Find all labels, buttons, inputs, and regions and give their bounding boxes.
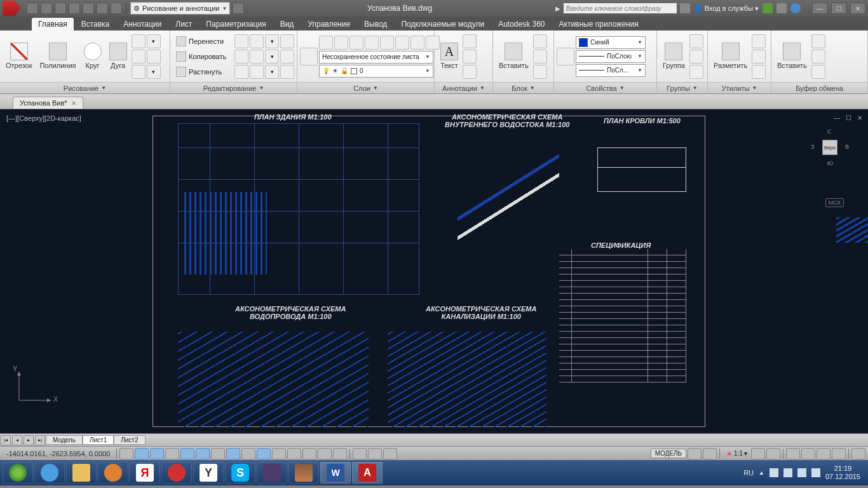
create-icon[interactable] xyxy=(533,34,547,48)
sb-lock-icon[interactable] xyxy=(703,448,717,459)
tab-home[interactable]: Главная xyxy=(32,18,74,30)
sb-model-icon[interactable] xyxy=(353,448,367,459)
u2-icon[interactable] xyxy=(752,50,766,64)
l7-icon[interactable] xyxy=(410,36,424,50)
sb-hw-icon[interactable] xyxy=(817,448,831,459)
qat-saveas-icon[interactable] xyxy=(69,3,80,14)
line-button[interactable]: Отрезок xyxy=(3,41,35,71)
lt-prev-icon[interactable]: ◂ xyxy=(12,435,22,445)
tb-ybrowser-icon[interactable]: Y xyxy=(193,462,224,484)
lt-first-icon[interactable]: |◂ xyxy=(1,435,11,445)
app-logo[interactable] xyxy=(3,1,20,16)
vc-top[interactable]: Верх xyxy=(822,140,837,155)
insert-button[interactable]: Вставить xyxy=(496,41,532,71)
sb-max-icon[interactable] xyxy=(688,448,702,459)
lt-last-icon[interactable]: ▸| xyxy=(35,435,45,445)
sb-polar-icon[interactable] xyxy=(180,448,194,459)
erase-icon[interactable] xyxy=(280,34,294,48)
close-icon[interactable]: ✕ xyxy=(71,100,76,107)
stayconnected-icon[interactable] xyxy=(776,3,787,13)
tray-show-hidden-icon[interactable]: ▲ xyxy=(759,470,764,476)
offset-icon[interactable] xyxy=(280,65,294,79)
l5-icon[interactable] xyxy=(380,36,394,50)
file-tab[interactable]: Успанова Вив* ✕ xyxy=(13,97,83,109)
tb-autocad-icon[interactable]: A xyxy=(352,462,383,484)
viewcube[interactable]: С Ю З В Верх xyxy=(811,128,849,166)
sb-ortho-icon[interactable] xyxy=(165,448,179,459)
tab-manage[interactable]: Управление xyxy=(301,18,356,30)
tray-action-icon[interactable] xyxy=(783,468,792,477)
u3-icon[interactable] xyxy=(752,65,766,79)
arc-button[interactable]: Дуга xyxy=(106,41,130,71)
move-button[interactable]: Перенести xyxy=(173,34,233,48)
sb-dyn-icon[interactable] xyxy=(257,448,271,459)
mirror-icon[interactable] xyxy=(234,50,248,64)
l4-icon[interactable] xyxy=(365,36,379,50)
l6-icon[interactable] xyxy=(395,36,409,50)
tb-explorer-icon[interactable] xyxy=(66,462,97,484)
sb-tpy-icon[interactable] xyxy=(287,448,301,459)
sb-clean-icon[interactable] xyxy=(851,448,865,459)
start-button[interactable] xyxy=(3,462,33,484)
tray-lang[interactable]: RU xyxy=(743,469,754,477)
trim-icon[interactable] xyxy=(250,34,264,48)
chevron-down-icon[interactable]: ▼ xyxy=(101,85,106,91)
group-button[interactable]: Группа xyxy=(660,41,688,71)
sb-ws-icon[interactable] xyxy=(786,448,800,459)
minimize-button[interactable]: — xyxy=(812,3,827,14)
tray-volume-icon[interactable] xyxy=(811,468,820,477)
tab-parametric[interactable]: Параметризация xyxy=(200,18,272,30)
array-dd[interactable]: ▾ xyxy=(265,65,279,79)
tb-opera-icon[interactable] xyxy=(161,462,192,484)
stretch-button[interactable]: Растянуть xyxy=(173,65,233,79)
paste-button[interactable]: Вставить xyxy=(774,41,810,71)
tray-flag-icon[interactable] xyxy=(770,468,778,477)
sb-qp-icon[interactable] xyxy=(302,448,316,459)
qat-save-icon[interactable] xyxy=(55,3,66,14)
match-icon[interactable] xyxy=(557,48,574,65)
copy-clip-icon[interactable] xyxy=(811,50,825,64)
qat-undo-icon[interactable] xyxy=(97,3,108,14)
tb-yandex-icon[interactable]: Я xyxy=(130,462,160,484)
tab-annotate[interactable]: Аннотации xyxy=(117,18,168,30)
cut-icon[interactable] xyxy=(811,34,825,48)
attr-icon[interactable] xyxy=(533,65,547,79)
viewport-close-icon[interactable]: ✕ xyxy=(855,113,864,122)
linetype-dropdown[interactable]: ПоСл...▼ xyxy=(576,64,646,77)
table-icon[interactable] xyxy=(463,65,477,79)
circle-button[interactable]: Круг xyxy=(81,41,105,71)
workspace-dropdown[interactable]: ⚙ Рисование и аннотации ▼ xyxy=(130,2,230,15)
viewport-min-icon[interactable]: — xyxy=(832,113,841,122)
measure-button[interactable]: Разметить xyxy=(710,41,750,71)
tray-clock[interactable]: 21:19 07.12.2015 xyxy=(825,464,860,481)
lineweight-dropdown[interactable]: ПоСлою▼ xyxy=(576,50,646,63)
tab-plugins[interactable]: Подключаемые модули xyxy=(395,18,491,30)
qat-new-icon[interactable] xyxy=(27,3,38,14)
tab-layout[interactable]: Лист xyxy=(169,18,198,30)
tab-insert[interactable]: Вставка xyxy=(75,18,116,30)
tb-wmp-icon[interactable] xyxy=(98,462,128,484)
tb-app1-icon[interactable] xyxy=(257,462,287,484)
layout-tab-model[interactable]: Модель xyxy=(46,435,83,445)
lt-next-icon[interactable]: ▸ xyxy=(24,435,34,445)
c3-icon[interactable] xyxy=(811,65,825,79)
tab-express[interactable]: Активные приложения xyxy=(553,18,645,30)
sb-lwt-icon[interactable] xyxy=(272,448,286,459)
qat-open-icon[interactable] xyxy=(41,3,52,14)
tb-ie-icon[interactable] xyxy=(34,462,65,484)
text-button[interactable]: AТекст xyxy=(437,41,461,71)
tab-output[interactable]: Вывод xyxy=(358,18,393,30)
tb-winrar-icon[interactable] xyxy=(288,462,319,484)
rotate-icon[interactable] xyxy=(234,34,248,48)
qat-redo-icon[interactable] xyxy=(111,3,122,14)
l1-icon[interactable] xyxy=(319,36,333,50)
qat-plot-icon[interactable] xyxy=(83,3,94,14)
sb-infer-icon[interactable] xyxy=(119,448,133,459)
sb-qvd-icon[interactable] xyxy=(383,448,397,459)
layer-props-icon[interactable] xyxy=(300,48,318,65)
polyline-button[interactable]: Полилиния xyxy=(36,41,79,71)
layout-tab-2[interactable]: Лист2 xyxy=(114,435,145,445)
fillet-icon[interactable] xyxy=(250,50,264,64)
sb-annoauto-icon[interactable] xyxy=(766,448,780,459)
sb-otrack-icon[interactable] xyxy=(226,448,240,459)
